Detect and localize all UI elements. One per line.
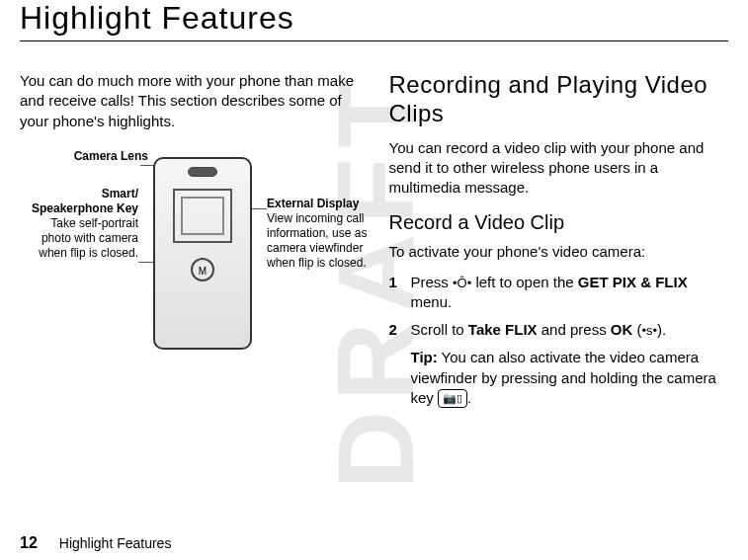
- running-header: Highlight Features: [59, 535, 172, 551]
- tip-paragraph: Tip: You can also activate the video cam…: [389, 348, 729, 408]
- smart-key-desc: Take self-portrait photo with camera whe…: [20, 216, 138, 261]
- page-footer: 12 Highlight Features: [20, 534, 171, 552]
- step-text: Scroll to: [411, 321, 468, 338]
- external-display-label: External Display: [267, 197, 380, 211]
- tip-text: .: [467, 389, 471, 406]
- subsection-heading: Record a Video Clip: [389, 211, 729, 234]
- page-title: Highlight Features: [20, 0, 728, 41]
- phone-m-button-icon: M: [191, 258, 214, 281]
- step-text: left to open the: [471, 274, 578, 290]
- nav-key-icon: •Ô•: [453, 275, 471, 292]
- section-body: You can record a video clip with your ph…: [389, 138, 729, 199]
- center-key-icon: •s•: [642, 322, 658, 340]
- step-item: 2 Scroll to Take FLIX and press OK (•s•)…: [389, 320, 729, 340]
- external-display-desc: View incoming call information, use as c…: [267, 211, 380, 271]
- callout-smart-key: Smart/ Speakerphone Key Take self-portra…: [20, 187, 138, 261]
- phone-illustration: M: [153, 157, 252, 350]
- intro-paragraph: You can do much more with your phone tha…: [20, 71, 360, 131]
- step-text: (: [632, 321, 641, 338]
- smart-key-label: Smart/ Speakerphone Key: [20, 187, 138, 216]
- menu-name: GET PIX & FLIX: [578, 274, 688, 290]
- callout-external-display: External Display View incoming call info…: [267, 197, 380, 271]
- step-text: and press: [538, 321, 611, 338]
- section-heading: Recording and Playing Video Clips: [389, 71, 729, 128]
- step-item: 1 Press •Ô• left to open the GET PIX & F…: [389, 273, 729, 313]
- step-text: Press: [411, 274, 454, 290]
- camera-lens-label: Camera Lens: [74, 149, 148, 163]
- step-text: menu.: [411, 293, 453, 310]
- camera-key-icon: 📷▯: [438, 389, 467, 408]
- phone-diagram: Camera Lens Smart/ Speakerphone Key Take…: [20, 147, 360, 404]
- subsection-body: To activate your phone's video camera:: [389, 242, 729, 262]
- step-text: ).: [657, 321, 666, 338]
- menu-name: OK: [611, 321, 633, 338]
- callout-camera-lens: Camera Lens: [20, 149, 148, 164]
- menu-name: Take FLIX: [468, 321, 538, 338]
- step-number: 2: [389, 320, 411, 340]
- tip-label: Tip:: [411, 349, 438, 365]
- page-number: 12: [20, 534, 38, 552]
- step-number: 1: [389, 273, 411, 313]
- phone-screen-icon: [173, 189, 232, 243]
- phone-lens-icon: [188, 167, 217, 177]
